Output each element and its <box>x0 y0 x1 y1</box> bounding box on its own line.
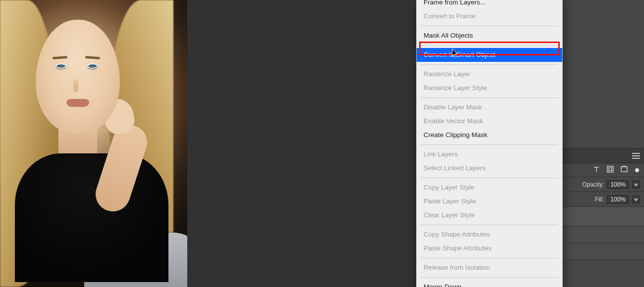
menu-item[interactable]: Convert to Smart Object <box>417 48 562 62</box>
menu-item: Link Layers <box>417 147 562 161</box>
menu-item: Rasterize Layer <box>417 67 562 81</box>
fill-label: Fill: <box>595 196 604 203</box>
canvas-image <box>0 0 187 287</box>
portrait-lips <box>66 99 89 107</box>
layer-context-menu: Frame from Layers...Convert to FrameMask… <box>416 0 563 287</box>
portrait-clothing <box>15 153 168 282</box>
menu-item: Release from Isolation <box>417 261 562 275</box>
menu-separator <box>421 277 558 278</box>
type-icon[interactable] <box>592 165 600 175</box>
menu-item: Enable Vector Mask <box>417 114 562 128</box>
menu-item[interactable]: Frame from Layers... <box>417 0 562 9</box>
filter-toggle-icon[interactable] <box>635 168 639 172</box>
menu-separator <box>421 144 558 145</box>
menu-item: Paste Shape Attributes <box>417 241 562 255</box>
menu-item: Paste Layer Style <box>417 194 562 208</box>
smartobject-icon[interactable] <box>620 165 628 175</box>
fill-value[interactable]: 100% <box>607 195 629 204</box>
menu-item[interactable]: Create Clipping Mask <box>417 128 562 142</box>
menu-separator <box>421 225 558 225</box>
menu-separator <box>421 258 558 258</box>
svg-rect-1 <box>609 168 612 171</box>
menu-separator <box>421 45 558 46</box>
svg-rect-2 <box>621 167 627 172</box>
menu-item: Disable Layer Mask <box>417 100 562 114</box>
menu-item: Convert to Frame <box>417 9 562 23</box>
opacity-dropdown[interactable] <box>632 181 640 189</box>
menu-item: Select Linked Layers <box>417 161 562 175</box>
fill-dropdown[interactable] <box>632 195 640 203</box>
opacity-value[interactable]: 100% <box>607 180 629 189</box>
shape-icon[interactable] <box>606 165 614 175</box>
menu-separator <box>421 64 558 65</box>
menu-item[interactable]: Mask All Objects <box>417 29 562 43</box>
svg-rect-0 <box>607 166 613 172</box>
portrait-face <box>36 20 120 134</box>
menu-item: Rasterize Layer Style <box>417 81 562 95</box>
portrait-eye <box>87 63 98 69</box>
menu-separator <box>421 97 558 98</box>
opacity-label: Opacity: <box>582 181 604 188</box>
portrait-eye <box>55 63 66 69</box>
portrait-nose <box>73 79 78 92</box>
menu-separator <box>421 26 558 26</box>
cursor-icon <box>452 48 459 58</box>
menu-item: Clear Layer Style <box>417 208 562 222</box>
panel-menu-icon[interactable] <box>632 153 640 159</box>
menu-item: Copy Shape Attributes <box>417 228 562 241</box>
menu-item[interactable]: Merge Down <box>417 280 562 287</box>
menu-item: Copy Layer Style <box>417 181 562 194</box>
menu-separator <box>421 178 558 178</box>
